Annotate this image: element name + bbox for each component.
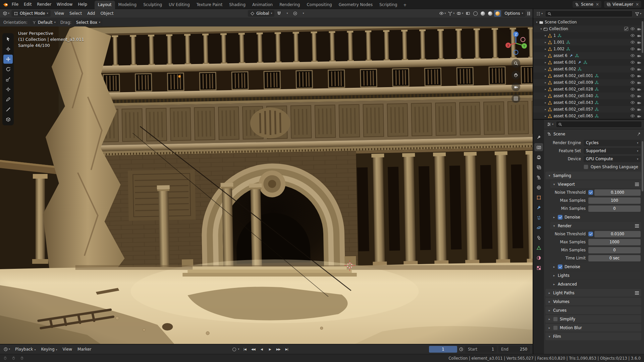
collapse-icon[interactable]: ▾ [535,20,539,24]
disable-in-render-toggle[interactable] [637,60,641,65]
pan-button[interactable] [512,71,520,79]
disable-in-render-toggle[interactable] [637,87,641,92]
hide-in-viewport-toggle[interactable] [630,47,635,51]
workspace-tab-compositing[interactable]: Compositing [303,1,335,9]
frame-end-field[interactable]: End 250 [498,346,530,353]
properties-tab-world[interactable] [534,183,543,191]
properties-tab-render[interactable] [534,143,543,151]
outliner-row-asset-6-002-cell-001[interactable]: ▸asset 6.002_cell.001 [533,72,644,79]
properties-tab-material[interactable] [534,254,543,262]
workspace-tab-modeling[interactable]: Modeling [115,1,140,9]
max-samples-field[interactable]: 1000 [588,239,641,245]
properties-tab-particles[interactable] [534,214,543,222]
properties-tab-texture[interactable] [534,264,543,272]
expand-icon[interactable]: ▸ [543,34,548,37]
timeline-jump-to-end-button[interactable]: ▶| [283,346,290,353]
outliner-row-1[interactable]: ▸1 [533,32,644,39]
timeline-editor-type-button[interactable]: ▾ [3,346,11,353]
min-samples-field[interactable]: 0 [588,205,641,212]
outliner-row-asset-6-002-cell-043[interactable]: ▸asset 6.002_cell.043 [533,99,644,106]
disable-in-render-toggle[interactable] [637,54,641,58]
subpanel-denoise[interactable]: ▸Denoise [550,263,641,270]
menu-render[interactable]: Render [34,1,54,8]
timeline-previous-keyframe-button[interactable]: ◀◀ [249,346,257,353]
outliner-row-1-002[interactable]: ▸1.002 [533,46,644,52]
outliner-scrollbar[interactable] [642,21,643,53]
panel-film[interactable]: ▾Film [545,333,641,340]
hide-in-viewport-toggle[interactable] [630,107,635,112]
outliner-row-scene-collection[interactable]: ▾Scene Collection [533,19,644,25]
viewport-menu-view[interactable]: View [52,10,67,17]
xray-toggle[interactable] [465,10,471,17]
outliner-row-asset-6-001[interactable]: ▸asset 6.001 [533,59,644,66]
feature-set-dropdown[interactable]: Supported▾ [584,148,641,154]
viewport-menu-select[interactable]: Select [67,10,85,17]
disable-in-render-toggle[interactable] [637,27,641,31]
disable-in-render-toggle[interactable] [637,34,641,38]
properties-tab-object[interactable] [534,193,543,201]
properties-search[interactable] [556,121,642,128]
disable-in-render-toggle[interactable] [637,101,641,105]
time-limit-field[interactable]: 0 sec [588,255,641,261]
cursor-tool[interactable] [3,45,13,54]
rotate-tool[interactable] [3,65,13,74]
panel-menu-icon[interactable] [635,293,639,293]
properties-tab-modifiers[interactable] [534,203,543,212]
blender-logo-icon[interactable] [3,2,8,7]
auto-keying-toggle[interactable] [232,348,236,351]
workspace-tab-sculpting[interactable]: Sculpting [140,1,165,9]
panel-menu-icon[interactable] [635,184,639,185]
viewport-menu-add[interactable]: Add [85,10,98,17]
shading-solid-button[interactable] [479,10,486,17]
menu-file[interactable]: File [9,1,21,8]
hide-in-viewport-toggle[interactable] [630,114,635,118]
3d-viewport[interactable]: User Perspective (1) Collection | elemen… [0,26,533,344]
frame-start-field[interactable]: Start 1 [465,346,497,353]
expand-icon[interactable]: ▸ [543,114,548,118]
device-dropdown[interactable]: GPU Compute▾ [584,156,641,162]
add-workspace-button[interactable]: + [400,1,409,9]
timeline-menu-marker[interactable]: Marker [75,346,94,353]
workspace-tab-shading[interactable]: Shading [226,1,249,9]
hide-in-viewport-toggle[interactable] [630,40,635,45]
noise-threshold-checkbox[interactable] [588,190,593,195]
workspace-tab-animation[interactable]: Animation [249,1,276,9]
outliner-row-asset-6-002[interactable]: ▸asset 6.002 [533,66,644,72]
disable-in-render-toggle[interactable] [637,94,641,98]
collapse-icon[interactable]: ▾ [539,27,543,31]
denoise-checkbox[interactable] [558,215,562,220]
menu-help[interactable]: Help [75,1,90,8]
transform-orientation-selector[interactable]: Global ▾ [248,10,274,17]
hide-in-viewport-toggle[interactable] [630,67,635,71]
expand-icon[interactable]: ▸ [543,94,548,98]
timeline-menu-playback[interactable]: Playback ▾ [12,346,38,353]
drag-mode-dropdown[interactable]: Select Box ▾ [74,19,103,26]
add-cube-tool[interactable] [3,115,13,124]
expand-icon[interactable]: ▸ [543,61,548,64]
gizmos-dropdown[interactable]: ▾ [447,10,455,17]
disable-in-render-toggle[interactable] [637,80,641,85]
viewlayer-selector[interactable]: ViewLayer × [604,1,641,8]
subpanel-viewport[interactable]: ▾Viewport [550,180,641,188]
expand-icon[interactable]: ▸ [543,41,548,44]
scene-selector[interactable]: Scene × [573,1,601,8]
workspace-tab-layout[interactable]: Layout [95,1,115,9]
expand-icon[interactable]: ▸ [543,74,548,77]
panel-simplify[interactable]: ▸Simplify [545,315,641,323]
workspace-tab-rendering[interactable]: Rendering [276,1,303,9]
hide-in-viewport-toggle[interactable] [630,87,635,92]
outliner-row-1-001[interactable]: ▸1.001 [533,39,644,46]
hide-in-viewport-toggle[interactable] [630,60,635,65]
outliner-search[interactable] [545,10,633,17]
shading-rendered-button[interactable] [494,10,501,17]
expand-icon[interactable]: ▸ [543,87,548,91]
workspace-tab-geometry-nodes[interactable]: Geometry Nodes [335,1,376,9]
unlink-viewlayer-button[interactable]: × [636,2,639,7]
outliner-row-asset-6[interactable]: ▸asset 6 [533,52,644,59]
timeline-play-reverse-button[interactable]: ◀ [258,346,265,353]
disable-in-render-toggle[interactable] [637,114,641,118]
proportional-edit-toggle[interactable] [292,10,299,17]
noise-threshold-field[interactable]: 0.1000 [594,189,641,196]
properties-tab-tool[interactable] [534,133,543,141]
shading-wireframe-button[interactable] [472,10,479,17]
